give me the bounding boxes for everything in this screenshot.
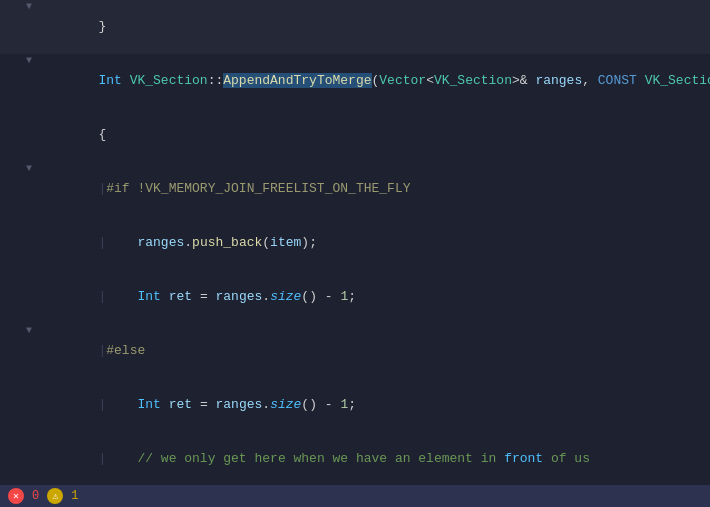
line-content: | // we only get here when we have an el… xyxy=(36,432,706,486)
status-bar: ✕ 0 ⚠ 1 xyxy=(0,485,710,507)
line-content: Int VK_Section::AppendAndTryToMerge(Vect… xyxy=(36,54,710,108)
code-line: ▼ |#if !VK_MEMORY_JOIN_FREELIST_ON_THE_F… xyxy=(0,162,710,216)
fold-button[interactable]: ▼ xyxy=(22,324,36,338)
line-content: { xyxy=(36,108,706,162)
fold-button[interactable]: ▼ xyxy=(22,0,36,14)
code-line: ▼ { xyxy=(0,108,710,162)
line-content: |#if !VK_MEMORY_JOIN_FREELIST_ON_THE_FLY xyxy=(36,162,706,216)
code-area: ▼ } ▼ Int VK_Section::AppendAndTryToMerg… xyxy=(0,0,710,507)
code-line: ▼ } xyxy=(0,0,710,54)
error-count: 0 xyxy=(32,489,39,503)
code-line: ▼ Int VK_Section::AppendAndTryToMerge(Ve… xyxy=(0,54,710,108)
line-content: } xyxy=(36,0,706,54)
warn-icon: ⚠ xyxy=(47,488,63,504)
fold-button[interactable]: ▼ xyxy=(22,54,36,68)
line-content: | Int ret = ranges.size() - 1; xyxy=(36,378,706,432)
code-line: ▼ |#else xyxy=(0,324,710,378)
fold-button[interactable]: ▼ xyxy=(22,162,36,176)
error-icon: ✕ xyxy=(8,488,24,504)
code-editor: ▼ } ▼ Int VK_Section::AppendAndTryToMerg… xyxy=(0,0,710,507)
code-line: ▼ | ranges.push_back(item); xyxy=(0,216,710,270)
line-content: | Int ret = ranges.size() - 1; xyxy=(36,270,706,324)
line-content: | ranges.push_back(item); xyxy=(36,216,706,270)
code-line: ▼ | Int ret = ranges.size() - 1; xyxy=(0,270,710,324)
code-line: ▼ | // we only get here when we have an … xyxy=(0,432,710,486)
line-content: |#else xyxy=(36,324,706,378)
warn-count: 1 xyxy=(71,489,78,503)
code-line: ▼ | Int ret = ranges.size() - 1; xyxy=(0,378,710,432)
